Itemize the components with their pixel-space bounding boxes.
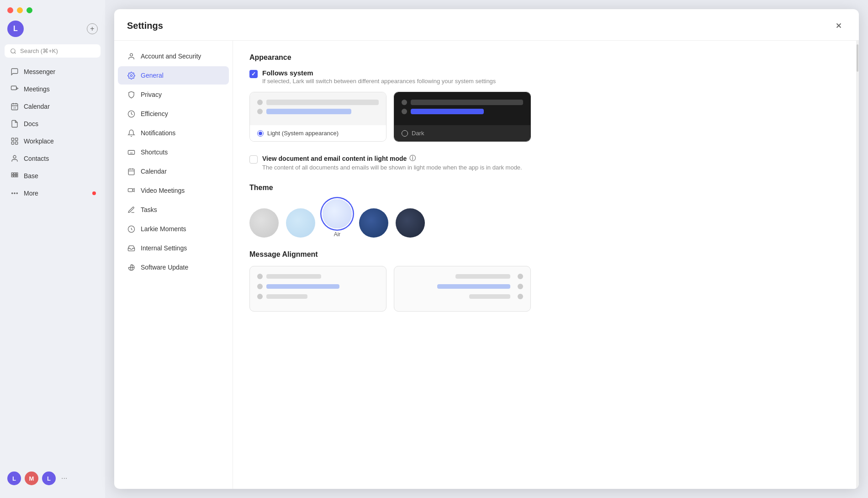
settings-nav-video-label: Video Meetings xyxy=(141,187,185,194)
scrollbar[interactable] xyxy=(856,41,859,489)
align-dot-right-3 xyxy=(518,294,523,299)
settings-nav-software-label: Software Update xyxy=(141,264,188,271)
larkie-icon xyxy=(127,225,135,233)
theme-option-deepdark[interactable] xyxy=(396,208,425,238)
alignment-options xyxy=(249,266,840,312)
settings-content: Appearance Follows system If selected, L… xyxy=(233,41,856,489)
sidebar-item-docs[interactable]: Docs xyxy=(3,115,102,132)
settings-nav-privacy-label: Privacy xyxy=(141,91,162,98)
dark-label-text: Dark xyxy=(412,130,424,137)
svg-point-0 xyxy=(11,48,15,53)
view-doc-checkbox[interactable] xyxy=(249,155,258,164)
theme-circle-white xyxy=(249,208,279,238)
settings-header: Settings xyxy=(114,9,859,41)
settings-nav-tasks-label: Tasks xyxy=(141,206,157,213)
settings-nav-larkie[interactable]: Larkie Moments xyxy=(118,220,229,238)
bottom-avatar-l[interactable]: L xyxy=(7,472,21,485)
svg-point-18 xyxy=(130,53,132,56)
minimize-window-button[interactable] xyxy=(17,7,23,13)
add-button[interactable]: + xyxy=(87,23,98,34)
view-doc-row: View document and email content in light… xyxy=(249,154,840,171)
meetings-icon xyxy=(10,85,19,94)
svg-rect-6 xyxy=(11,142,14,144)
user-avatar[interactable]: L xyxy=(7,21,24,37)
svg-rect-10 xyxy=(14,173,16,175)
search-bar[interactable]: Search (⌘+K) xyxy=(5,44,101,58)
settings-body: Account and Security General Privacy Eff… xyxy=(114,41,859,489)
svg-rect-22 xyxy=(128,169,134,175)
settings-nav: Account and Security General Privacy Eff… xyxy=(114,41,233,489)
bottom-avatar-l2[interactable]: L xyxy=(42,472,56,485)
follows-system-row: Follows system If selected, Lark will sw… xyxy=(249,69,840,85)
settings-nav-software[interactable]: Software Update xyxy=(118,258,229,276)
gear-icon xyxy=(127,71,135,79)
svg-rect-7 xyxy=(16,142,18,144)
light-radio[interactable] xyxy=(257,130,264,137)
settings-nav-calendar[interactable]: Calendar xyxy=(118,162,229,180)
settings-nav-efficiency-label: Efficiency xyxy=(141,110,168,117)
settings-nav-notifications-label: Notifications xyxy=(141,129,175,137)
settings-nav-video[interactable]: Video Meetings xyxy=(118,181,229,200)
base-icon xyxy=(10,171,19,180)
window-controls xyxy=(0,7,105,21)
maximize-window-button[interactable] xyxy=(26,7,32,13)
settings-nav-general-label: General xyxy=(141,72,164,79)
settings-nav-shortcuts-label: Shortcuts xyxy=(141,148,168,156)
sidebar-item-meetings[interactable]: Meetings xyxy=(3,80,102,98)
appearance-card-light[interactable]: Light (System appearance) xyxy=(249,92,386,142)
bottom-more-button[interactable]: ··· xyxy=(61,474,67,482)
appearance-section-title: Appearance xyxy=(249,53,840,62)
sidebar-item-more[interactable]: More xyxy=(3,185,102,202)
search-label: Search (⌘+K) xyxy=(20,48,58,54)
settings-nav-internal-label: Internal Settings xyxy=(141,244,187,252)
search-icon xyxy=(10,48,16,54)
settings-nav-account[interactable]: Account and Security xyxy=(118,47,229,65)
theme-option-white[interactable] xyxy=(249,208,279,238)
sidebar-item-workplace-label: Workplace xyxy=(24,138,54,145)
settings-nav-tasks[interactable]: Tasks xyxy=(118,201,229,219)
follows-system-label: Follows system xyxy=(262,69,496,77)
settings-nav-privacy[interactable]: Privacy xyxy=(118,85,229,104)
sidebar-item-base[interactable]: Base xyxy=(3,167,102,185)
sidebar-item-contacts[interactable]: Contacts xyxy=(3,150,102,167)
bottom-avatar-m[interactable]: M xyxy=(25,472,38,485)
theme-option-air[interactable]: Air xyxy=(323,199,352,238)
dark-radio[interactable] xyxy=(402,130,408,137)
svg-point-17 xyxy=(16,193,17,194)
svg-rect-14 xyxy=(16,175,18,177)
settings-nav-shortcuts[interactable]: Shortcuts xyxy=(118,143,229,161)
sidebar-item-calendar-label: Calendar xyxy=(24,103,50,110)
svg-point-19 xyxy=(130,74,132,76)
settings-close-button[interactable] xyxy=(831,18,846,33)
svg-rect-21 xyxy=(128,150,134,154)
appearance-card-dark[interactable]: Dark xyxy=(394,92,531,142)
settings-nav-notifications[interactable]: Notifications xyxy=(118,124,229,142)
sidebar-item-messenger[interactable]: Messenger xyxy=(3,63,102,80)
settings-nav-general[interactable]: General xyxy=(118,66,229,85)
align-dot-right-2 xyxy=(518,284,523,289)
follows-system-checkbox[interactable] xyxy=(249,70,258,78)
message-align-section-title: Message Alignment xyxy=(249,250,840,259)
follows-system-desc: If selected, Lark will switch between di… xyxy=(262,78,496,85)
alignment-card-right[interactable] xyxy=(394,266,531,312)
theme-option-darkblue[interactable] xyxy=(359,208,388,238)
contacts-icon xyxy=(10,154,19,163)
close-window-button[interactable] xyxy=(7,7,13,13)
light-preview xyxy=(250,92,386,125)
settings-nav-larkie-label: Larkie Moments xyxy=(141,225,186,233)
svg-rect-12 xyxy=(11,175,13,177)
messenger-icon xyxy=(10,67,19,76)
settings-nav-internal[interactable]: Internal Settings xyxy=(118,239,229,257)
docs-icon xyxy=(10,119,19,128)
settings-nav-efficiency[interactable]: Efficiency xyxy=(118,105,229,123)
internal-icon xyxy=(127,244,135,252)
theme-option-lightblue[interactable] xyxy=(286,208,315,238)
sidebar-item-messenger-label: Messenger xyxy=(24,68,55,75)
svg-point-15 xyxy=(12,193,13,194)
privacy-icon xyxy=(127,90,135,99)
alignment-card-left[interactable] xyxy=(249,266,386,312)
sidebar-item-calendar[interactable]: 16 Calendar xyxy=(3,98,102,115)
more-icon xyxy=(10,189,19,198)
theme-circle-lightblue xyxy=(286,208,315,238)
sidebar-item-workplace[interactable]: Workplace xyxy=(3,132,102,150)
